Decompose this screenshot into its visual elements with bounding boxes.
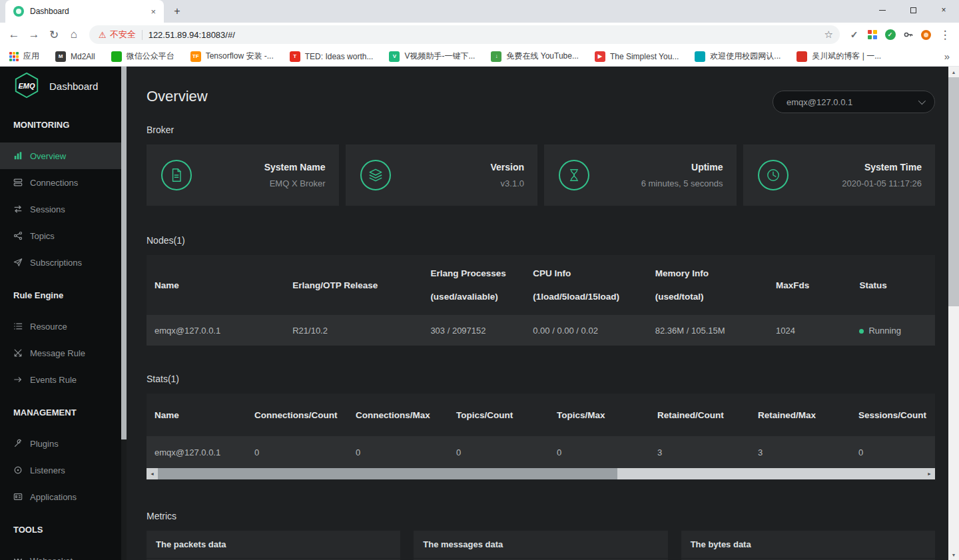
stats-data-row: emqx@127.0.0.1 0 0 0 0 3 3 0 [147,436,935,468]
card-value: 2020-01-05 11:17:26 [842,178,922,188]
bookmark-item[interactable]: 吴川斌的博客 | 一... [797,51,881,62]
green-check-extension-icon[interactable]: ✓ [881,25,899,45]
security-label[interactable]: 不安全 [110,29,136,41]
page-scrollbar-thumb[interactable] [948,77,959,306]
bookmarks-bar: 应用 M Md2All 微信公众平台 TF Tensorflow 安装 -...… [0,47,959,67]
card-title: System Time [842,162,922,172]
browser-toolbar: ← → ↻ ⌂ ⚠ 不安全 122.51.89.94:18083/#/ ☆ ✓ … [0,23,959,47]
metrics-card-bytes: The bytes data [681,531,935,560]
bookmark-item[interactable]: V V视频助手-一键下... [389,51,475,62]
subscriptions-icon [13,258,23,267]
topics-icon [13,231,23,240]
sidebar-item-events-rule[interactable]: Events Rule [0,366,121,393]
security-warning-icon[interactable]: ⚠ [99,30,107,40]
websocket-icon [13,556,23,560]
emqx-dashboard: EMQ Dashboard MONITORING Overview Connec… [0,67,959,560]
nodes-data-row: emqx@127.0.0.1 R21/10.2 303 / 2097152 0.… [147,315,935,346]
sidebar-item-topics[interactable]: Topics [0,222,121,249]
orange-circle-icon [921,30,931,40]
bookmark-item[interactable]: M Md2All [55,51,95,62]
bookmarks-overflow-button[interactable]: » [944,51,950,62]
page-scrollbar[interactable]: ▲ ▼ [948,67,959,560]
bookmark-item[interactable]: TF Tensorflow 安装 -... [190,51,274,62]
bookmark-item[interactable]: ↓ 免费在线 YouTube... [491,51,579,62]
broker-card-uptime: Uptime 6 minutes, 5 seconds [544,144,737,206]
sidebar-item-applications[interactable]: Applications [0,483,121,510]
hourglass-icon [559,160,589,190]
bookmark-item[interactable]: 微信公众平台 [111,51,174,62]
sidebar-item-subscriptions[interactable]: Subscriptions [0,249,121,276]
emqx-logo-icon: EMQ [12,71,41,101]
sidebar-item-label: Sessions [30,204,65,214]
card-title: Version [490,162,524,172]
sidebar-scrollbar-thumb[interactable] [121,67,127,439]
bookmark-star-icon[interactable]: ☆ [824,29,833,41]
section-header-monitoring: MONITORING [13,120,121,131]
sidebar-item-listeners[interactable]: Listeners [0,457,121,483]
broker-card-system-time: System Time 2020-01-05 11:17:26 [743,144,936,206]
favicon-icon: TF [190,51,201,62]
screen: Dashboard × + × ← → ↻ ⌂ ⚠ 不安全 122.51.89.… [0,0,959,560]
sidebar-item-plugins[interactable]: Plugins [0,430,121,457]
section-header-tools: TOOLS [13,525,121,535]
metrics-cards: The packets data The messages data The b… [147,531,935,560]
chevron-down-icon [918,97,926,105]
node-status-badge: Running [851,315,935,346]
reload-button[interactable]: ↻ [44,25,64,45]
scroll-up-icon[interactable]: ▲ [948,67,959,77]
tab-close-icon[interactable]: × [148,7,159,17]
bookmark-apps[interactable]: 应用 [9,51,39,62]
section-header-rule-engine: Rule Engine [13,290,121,301]
favicon-icon: T [290,51,300,62]
sidebar-scrollbar[interactable] [121,67,127,560]
sidebar-item-overview[interactable]: Overview [0,142,121,169]
horizontal-scrollbar[interactable]: ◄ ► [147,468,935,479]
bookmark-item[interactable]: T TED: Ideas worth... [290,51,374,62]
status-dot-icon [859,329,864,334]
bookmark-item[interactable]: 欢迎使用校园网认... [695,51,781,62]
key-extension-icon[interactable] [899,25,917,45]
logo-row[interactable]: EMQ Dashboard [0,67,121,105]
sidebar-item-websocket[interactable]: Websocket [0,547,121,560]
scroll-down-icon[interactable]: ▼ [948,549,959,560]
bookmark-label: 应用 [23,51,39,62]
check-extension-icon[interactable]: ✓ [845,25,863,45]
stats-section-title: Stats(1) [147,374,935,384]
restore-button[interactable] [898,0,928,20]
colored-grid-extension-icon[interactable] [863,25,881,45]
card-value: v3.1.0 [490,178,524,188]
browser-menu-button[interactable]: ⋮ [935,25,955,45]
node-select-value: emqx@127.0.0.1 [787,97,852,107]
horizontal-scrollbar-thumb[interactable] [158,468,617,479]
favicon-icon: ▶ [595,51,605,62]
forward-button[interactable]: → [24,25,44,45]
address-bar[interactable]: ⚠ 不安全 122.51.89.94:18083/#/ ☆ [89,25,840,44]
url-text[interactable]: 122.51.89.94:18083/#/ [149,30,824,40]
nodes-table: Name Erlang/OTP Release Erlang Processes… [147,255,935,346]
main-content: Overview emqx@127.0.0.1 Broker System Na… [127,67,948,560]
listeners-icon [13,465,23,475]
bookmark-item[interactable]: ▶ The Simplest You... [595,51,679,62]
card-title: Uptime [641,162,723,172]
scroll-right-icon[interactable]: ► [924,468,935,479]
new-tab-button[interactable]: + [168,2,186,21]
home-button[interactable]: ⌂ [64,25,84,45]
browser-tab[interactable]: Dashboard × [5,0,164,23]
sidebar-item-connections[interactable]: Connections [0,169,121,196]
orange-extension-icon[interactable] [917,25,935,45]
back-button[interactable]: ← [4,25,24,45]
clock-icon [758,160,789,190]
scroll-left-icon[interactable]: ◄ [147,468,158,479]
sidebar-item-resource[interactable]: Resource [0,313,121,340]
app-title: Dashboard [49,81,98,92]
close-button[interactable]: × [928,0,959,20]
minimize-button[interactable] [867,0,898,20]
sidebar-item-label: Connections [30,178,78,188]
section-header-management: MANAGEMENT [13,408,121,418]
sidebar-item-message-rule[interactable]: Message Rule [0,340,121,366]
card-title: System Name [264,162,326,172]
sidebar-item-sessions[interactable]: Sessions [0,196,121,222]
nodes-header-row: Name Erlang/OTP Release Erlang Processes… [147,255,935,315]
emqx-favicon-icon [13,6,24,17]
node-select-dropdown[interactable]: emqx@127.0.0.1 [773,91,935,113]
